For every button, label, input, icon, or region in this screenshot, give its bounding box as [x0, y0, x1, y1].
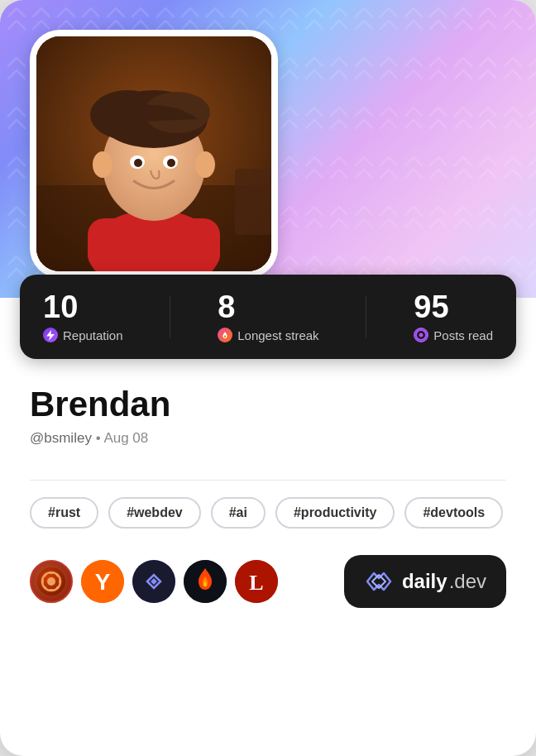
svg-point-20: [47, 577, 55, 586]
profile-card: 10 Reputation 8 Longe: [0, 0, 536, 756]
svg-rect-4: [235, 169, 271, 235]
svg-point-14: [134, 159, 142, 167]
profile-date: Aug 08: [103, 430, 148, 446]
svg-point-17: [195, 151, 215, 178]
branding-logo: [364, 567, 394, 596]
source-icon-daily[interactable]: [132, 560, 175, 603]
tag-webdev[interactable]: #webdev: [108, 497, 201, 529]
tags-container: #rust #webdev #ai #productivity #devtool…: [0, 497, 536, 529]
streak-label: Longest streak: [218, 328, 318, 342]
source-icon-hackernews[interactable]: Y: [81, 560, 124, 603]
streak-value: 8: [218, 291, 318, 323]
posts-stat: 95 Posts read: [414, 291, 493, 342]
profile-meta: @bsmiley • Aug 08: [30, 430, 506, 447]
svg-rect-6: [88, 218, 220, 271]
meta-separator: •: [96, 430, 104, 446]
reputation-value: 10: [43, 291, 123, 323]
profile-divider: [30, 480, 506, 481]
svg-rect-24: [59, 581, 61, 583]
source-icon-rust[interactable]: [30, 560, 73, 603]
hero-banner: [0, 0, 536, 298]
tag-ai[interactable]: #ai: [211, 497, 266, 529]
streak-stat: 8 Longest streak: [218, 291, 318, 342]
branding: daily .dev: [344, 555, 506, 608]
profile-info: Brendan @bsmiley • Aug 08: [0, 359, 536, 463]
branding-dev: .dev: [449, 570, 486, 593]
reputation-label: Reputation: [43, 328, 123, 342]
streak-icon: [218, 328, 232, 342]
svg-rect-21: [50, 572, 53, 574]
svg-point-15: [167, 159, 175, 167]
tag-productivity[interactable]: #productivity: [275, 497, 395, 529]
svg-text:Y: Y: [95, 569, 111, 595]
reputation-stat: 10 Reputation: [43, 291, 123, 342]
source-icons: Y: [30, 560, 278, 603]
profile-name: Brendan: [30, 385, 506, 423]
source-icon-lobsters[interactable]: L: [235, 560, 278, 603]
posts-value: 95: [414, 291, 493, 323]
stats-bar: 10 Reputation 8 Longe: [20, 275, 516, 359]
tag-devtools[interactable]: #devtools: [404, 497, 503, 529]
source-icon-fire[interactable]: [184, 560, 227, 603]
svg-point-16: [93, 151, 112, 178]
posts-label: Posts read: [414, 328, 493, 342]
stat-divider-1: [170, 296, 170, 337]
posts-icon: [414, 328, 428, 342]
reputation-icon: [43, 328, 58, 342]
stat-divider-2: [366, 296, 366, 337]
profile-username: @bsmiley: [30, 430, 92, 446]
branding-daily: daily: [402, 570, 447, 593]
posts-circle-icon: [415, 329, 427, 341]
svg-text:L: L: [249, 571, 263, 595]
tag-rust[interactable]: #rust: [30, 497, 98, 529]
svg-rect-22: [50, 589, 53, 591]
avatar: [36, 36, 271, 271]
footer-row: Y: [0, 555, 536, 631]
avatar-wrapper: [30, 30, 278, 278]
svg-rect-23: [41, 581, 44, 583]
branding-text: daily .dev: [402, 570, 486, 593]
